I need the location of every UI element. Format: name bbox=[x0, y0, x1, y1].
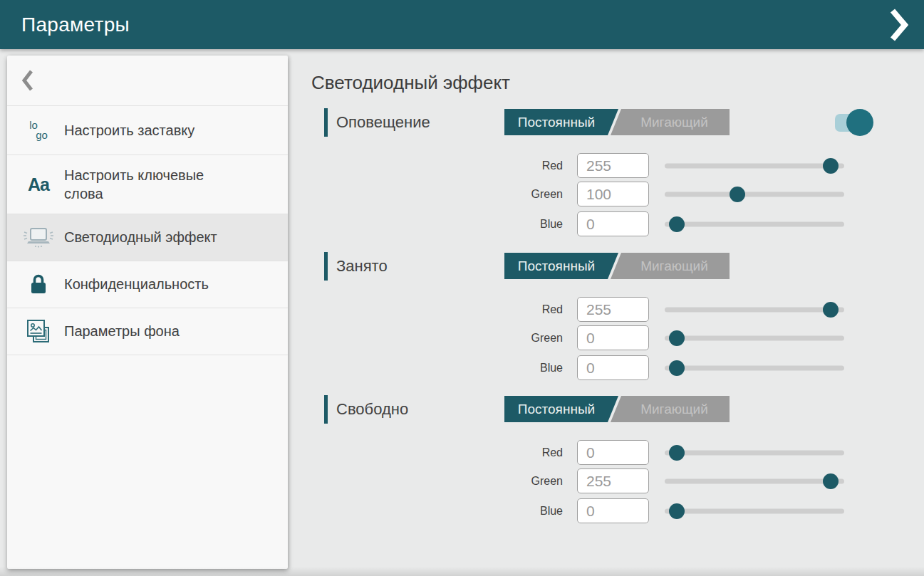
blue-slider[interactable] bbox=[665, 211, 844, 237]
section-accent-bar bbox=[324, 395, 328, 424]
page-title: Параметры bbox=[21, 14, 130, 36]
slider-thumb[interactable] bbox=[669, 330, 685, 346]
green-slider-row: Green bbox=[288, 468, 924, 494]
section-accent-bar bbox=[324, 108, 328, 137]
green-slider-row: Green bbox=[288, 182, 924, 207]
lock-icon bbox=[21, 273, 56, 296]
sidebar-item-label: Параметры фона bbox=[64, 322, 180, 340]
blue-slider[interactable] bbox=[665, 355, 844, 381]
logo-icon: lo go bbox=[21, 120, 56, 141]
mode-switch: Постоянный Мигающий bbox=[504, 253, 730, 279]
green-value-input[interactable] bbox=[577, 325, 649, 350]
sidebar-item-background[interactable]: Параметры фона bbox=[7, 308, 288, 355]
slider-thumb[interactable] bbox=[823, 158, 839, 174]
red-label: Red bbox=[492, 446, 563, 459]
content-title: Светодиодный эффект bbox=[311, 72, 510, 94]
sidebar-item-privacy[interactable]: Конфиденциальность bbox=[7, 261, 288, 308]
slider-thumb[interactable] bbox=[669, 503, 685, 519]
slider-thumb[interactable] bbox=[823, 473, 839, 489]
red-slider[interactable] bbox=[665, 297, 844, 323]
green-value-input[interactable] bbox=[577, 182, 649, 206]
blue-label: Blue bbox=[492, 218, 563, 231]
blue-value-input[interactable] bbox=[577, 211, 649, 236]
notification-enable-toggle[interactable] bbox=[835, 109, 875, 136]
blue-slider-row: Blue bbox=[288, 355, 924, 381]
blue-slider-row: Blue bbox=[288, 498, 924, 524]
red-slider-row: Red bbox=[288, 440, 924, 466]
red-label: Red bbox=[492, 159, 563, 172]
blue-value-input[interactable] bbox=[577, 355, 649, 380]
red-slider-row: Red bbox=[288, 297, 924, 323]
red-slider-row: Red bbox=[288, 153, 924, 179]
red-label: Red bbox=[492, 303, 563, 316]
section-busy: Занято Постоянный Мигающий Red Green Blu… bbox=[288, 251, 924, 393]
green-slider[interactable] bbox=[665, 468, 844, 494]
blue-slider-row: Blue bbox=[288, 211, 924, 237]
slider-thumb[interactable] bbox=[669, 445, 685, 461]
sidebar-item-led-effect[interactable]: Светодиодный эффект bbox=[7, 214, 288, 261]
app-header: Параметры bbox=[0, 0, 924, 49]
mode-solid-button[interactable]: Постоянный bbox=[504, 109, 618, 135]
chevron-left-icon bbox=[21, 69, 33, 92]
red-slider[interactable] bbox=[665, 153, 844, 179]
mode-solid-button[interactable]: Постоянный bbox=[504, 253, 618, 279]
blue-label: Blue bbox=[492, 505, 563, 518]
sidebar: lo go Настроить заставку Aa Настроить кл… bbox=[7, 56, 288, 569]
section-notification: Оповещение Постоянный Мигающий Red Green bbox=[288, 107, 924, 249]
sidebar-back-button[interactable] bbox=[7, 56, 288, 106]
section-label: Оповещение bbox=[336, 113, 430, 132]
slider-thumb[interactable] bbox=[823, 302, 839, 318]
section-label: Занято bbox=[336, 257, 388, 276]
mode-solid-button[interactable]: Постоянный bbox=[504, 396, 618, 422]
sidebar-item-screensaver[interactable]: lo go Настроить заставку bbox=[7, 106, 288, 155]
red-value-input[interactable] bbox=[577, 153, 649, 178]
mode-blinking-button[interactable]: Мигающий bbox=[611, 253, 730, 279]
blue-label: Blue bbox=[492, 362, 563, 375]
green-slider[interactable] bbox=[665, 325, 844, 351]
green-slider-row: Green bbox=[288, 325, 924, 351]
sidebar-item-label: Конфиденциальность bbox=[64, 275, 209, 293]
settings-window: Параметры lo go Наст bbox=[0, 0, 924, 576]
red-value-input[interactable] bbox=[577, 297, 649, 322]
red-value-input[interactable] bbox=[577, 440, 649, 465]
mode-blinking-button[interactable]: Мигающий bbox=[611, 109, 730, 135]
blue-slider[interactable] bbox=[665, 498, 844, 524]
toggle-knob bbox=[846, 109, 873, 136]
sidebar-item-label: Настроить заставку bbox=[64, 121, 194, 140]
green-label: Green bbox=[492, 475, 563, 488]
background-images-icon bbox=[21, 318, 56, 345]
mode-switch: Постоянный Мигающий bbox=[504, 396, 730, 422]
green-label: Green bbox=[492, 332, 563, 345]
green-slider[interactable] bbox=[665, 182, 844, 207]
section-label: Свободно bbox=[336, 400, 408, 419]
keywords-icon: Aa bbox=[21, 174, 56, 195]
sidebar-item-label: Светодиодный эффект bbox=[64, 228, 217, 246]
sidebar-item-label: Настроить ключевые слова bbox=[64, 166, 242, 204]
mode-blinking-button[interactable]: Мигающий bbox=[611, 396, 730, 422]
green-label: Green bbox=[492, 188, 563, 201]
sidebar-item-keywords[interactable]: Aa Настроить ключевые слова bbox=[7, 155, 288, 214]
slider-thumb[interactable] bbox=[730, 187, 745, 202]
slider-thumb[interactable] bbox=[669, 216, 685, 232]
chevron-right-icon bbox=[890, 8, 908, 42]
section-accent-bar bbox=[324, 252, 328, 281]
green-value-input[interactable] bbox=[577, 468, 649, 493]
collapse-panel-button[interactable] bbox=[887, 6, 911, 43]
blue-value-input[interactable] bbox=[577, 498, 649, 523]
section-free: Свободно Постоянный Мигающий Red Green B… bbox=[288, 394, 924, 536]
slider-thumb[interactable] bbox=[669, 360, 685, 376]
mode-switch: Постоянный Мигающий bbox=[504, 109, 730, 135]
red-slider[interactable] bbox=[665, 440, 844, 466]
led-display-icon bbox=[21, 226, 56, 250]
